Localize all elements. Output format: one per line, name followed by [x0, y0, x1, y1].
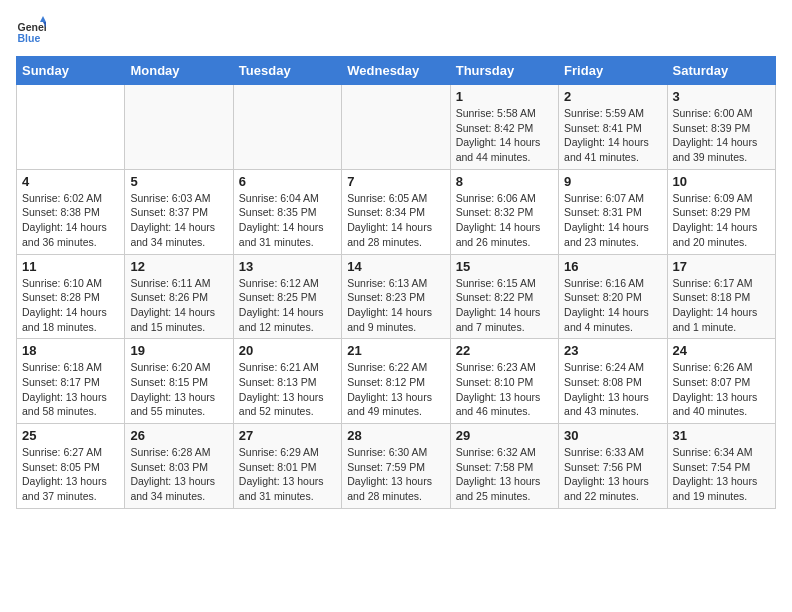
day-info: Sunrise: 6:21 AM Sunset: 8:13 PM Dayligh… — [239, 360, 336, 419]
weekday-header-sunday: Sunday — [17, 57, 125, 85]
calendar-cell: 27Sunrise: 6:29 AM Sunset: 8:01 PM Dayli… — [233, 424, 341, 509]
day-info: Sunrise: 6:17 AM Sunset: 8:18 PM Dayligh… — [673, 276, 770, 335]
weekday-header-friday: Friday — [559, 57, 667, 85]
day-number: 18 — [22, 343, 119, 358]
day-info: Sunrise: 6:24 AM Sunset: 8:08 PM Dayligh… — [564, 360, 661, 419]
day-number: 5 — [130, 174, 227, 189]
calendar-table: SundayMondayTuesdayWednesdayThursdayFrid… — [16, 56, 776, 509]
calendar-cell: 8Sunrise: 6:06 AM Sunset: 8:32 PM Daylig… — [450, 169, 558, 254]
day-number: 13 — [239, 259, 336, 274]
day-number: 10 — [673, 174, 770, 189]
weekday-header-saturday: Saturday — [667, 57, 775, 85]
weekday-header-wednesday: Wednesday — [342, 57, 450, 85]
day-info: Sunrise: 6:11 AM Sunset: 8:26 PM Dayligh… — [130, 276, 227, 335]
day-number: 30 — [564, 428, 661, 443]
day-number: 7 — [347, 174, 444, 189]
day-info: Sunrise: 6:10 AM Sunset: 8:28 PM Dayligh… — [22, 276, 119, 335]
day-number: 29 — [456, 428, 553, 443]
calendar-cell: 11Sunrise: 6:10 AM Sunset: 8:28 PM Dayli… — [17, 254, 125, 339]
calendar-cell: 26Sunrise: 6:28 AM Sunset: 8:03 PM Dayli… — [125, 424, 233, 509]
calendar-cell: 22Sunrise: 6:23 AM Sunset: 8:10 PM Dayli… — [450, 339, 558, 424]
day-number: 12 — [130, 259, 227, 274]
day-info: Sunrise: 6:23 AM Sunset: 8:10 PM Dayligh… — [456, 360, 553, 419]
logo-icon: General Blue — [16, 16, 46, 46]
day-info: Sunrise: 6:03 AM Sunset: 8:37 PM Dayligh… — [130, 191, 227, 250]
calendar-cell: 16Sunrise: 6:16 AM Sunset: 8:20 PM Dayli… — [559, 254, 667, 339]
day-number: 2 — [564, 89, 661, 104]
day-info: Sunrise: 6:18 AM Sunset: 8:17 PM Dayligh… — [22, 360, 119, 419]
day-info: Sunrise: 6:16 AM Sunset: 8:20 PM Dayligh… — [564, 276, 661, 335]
calendar-cell — [125, 85, 233, 170]
calendar-cell: 29Sunrise: 6:32 AM Sunset: 7:58 PM Dayli… — [450, 424, 558, 509]
calendar-cell: 4Sunrise: 6:02 AM Sunset: 8:38 PM Daylig… — [17, 169, 125, 254]
calendar-cell: 13Sunrise: 6:12 AM Sunset: 8:25 PM Dayli… — [233, 254, 341, 339]
calendar-cell: 9Sunrise: 6:07 AM Sunset: 8:31 PM Daylig… — [559, 169, 667, 254]
calendar-cell: 24Sunrise: 6:26 AM Sunset: 8:07 PM Dayli… — [667, 339, 775, 424]
calendar-cell — [233, 85, 341, 170]
day-number: 26 — [130, 428, 227, 443]
calendar-cell: 30Sunrise: 6:33 AM Sunset: 7:56 PM Dayli… — [559, 424, 667, 509]
calendar-cell: 21Sunrise: 6:22 AM Sunset: 8:12 PM Dayli… — [342, 339, 450, 424]
day-number: 6 — [239, 174, 336, 189]
day-number: 28 — [347, 428, 444, 443]
calendar-week-2: 4Sunrise: 6:02 AM Sunset: 8:38 PM Daylig… — [17, 169, 776, 254]
day-number: 20 — [239, 343, 336, 358]
calendar-cell: 18Sunrise: 6:18 AM Sunset: 8:17 PM Dayli… — [17, 339, 125, 424]
calendar-cell: 3Sunrise: 6:00 AM Sunset: 8:39 PM Daylig… — [667, 85, 775, 170]
day-info: Sunrise: 6:07 AM Sunset: 8:31 PM Dayligh… — [564, 191, 661, 250]
day-info: Sunrise: 6:32 AM Sunset: 7:58 PM Dayligh… — [456, 445, 553, 504]
calendar-cell: 14Sunrise: 6:13 AM Sunset: 8:23 PM Dayli… — [342, 254, 450, 339]
day-info: Sunrise: 6:29 AM Sunset: 8:01 PM Dayligh… — [239, 445, 336, 504]
day-info: Sunrise: 6:04 AM Sunset: 8:35 PM Dayligh… — [239, 191, 336, 250]
day-info: Sunrise: 6:05 AM Sunset: 8:34 PM Dayligh… — [347, 191, 444, 250]
day-info: Sunrise: 6:34 AM Sunset: 7:54 PM Dayligh… — [673, 445, 770, 504]
day-number: 8 — [456, 174, 553, 189]
day-number: 27 — [239, 428, 336, 443]
weekday-header-row: SundayMondayTuesdayWednesdayThursdayFrid… — [17, 57, 776, 85]
day-info: Sunrise: 6:28 AM Sunset: 8:03 PM Dayligh… — [130, 445, 227, 504]
day-number: 25 — [22, 428, 119, 443]
calendar-cell — [342, 85, 450, 170]
svg-marker-2 — [40, 16, 46, 22]
calendar-cell: 6Sunrise: 6:04 AM Sunset: 8:35 PM Daylig… — [233, 169, 341, 254]
day-info: Sunrise: 5:58 AM Sunset: 8:42 PM Dayligh… — [456, 106, 553, 165]
day-info: Sunrise: 6:13 AM Sunset: 8:23 PM Dayligh… — [347, 276, 444, 335]
calendar-cell: 5Sunrise: 6:03 AM Sunset: 8:37 PM Daylig… — [125, 169, 233, 254]
day-info: Sunrise: 6:27 AM Sunset: 8:05 PM Dayligh… — [22, 445, 119, 504]
calendar-cell: 23Sunrise: 6:24 AM Sunset: 8:08 PM Dayli… — [559, 339, 667, 424]
calendar-week-4: 18Sunrise: 6:18 AM Sunset: 8:17 PM Dayli… — [17, 339, 776, 424]
calendar-cell: 19Sunrise: 6:20 AM Sunset: 8:15 PM Dayli… — [125, 339, 233, 424]
day-number: 1 — [456, 89, 553, 104]
day-info: Sunrise: 6:22 AM Sunset: 8:12 PM Dayligh… — [347, 360, 444, 419]
day-info: Sunrise: 6:33 AM Sunset: 7:56 PM Dayligh… — [564, 445, 661, 504]
calendar-cell — [17, 85, 125, 170]
calendar-cell: 12Sunrise: 6:11 AM Sunset: 8:26 PM Dayli… — [125, 254, 233, 339]
day-number: 9 — [564, 174, 661, 189]
day-number: 14 — [347, 259, 444, 274]
calendar-cell: 20Sunrise: 6:21 AM Sunset: 8:13 PM Dayli… — [233, 339, 341, 424]
day-number: 31 — [673, 428, 770, 443]
day-number: 17 — [673, 259, 770, 274]
calendar-week-5: 25Sunrise: 6:27 AM Sunset: 8:05 PM Dayli… — [17, 424, 776, 509]
day-number: 4 — [22, 174, 119, 189]
day-info: Sunrise: 5:59 AM Sunset: 8:41 PM Dayligh… — [564, 106, 661, 165]
calendar-week-1: 1Sunrise: 5:58 AM Sunset: 8:42 PM Daylig… — [17, 85, 776, 170]
day-number: 23 — [564, 343, 661, 358]
day-info: Sunrise: 6:20 AM Sunset: 8:15 PM Dayligh… — [130, 360, 227, 419]
day-info: Sunrise: 6:09 AM Sunset: 8:29 PM Dayligh… — [673, 191, 770, 250]
logo: General Blue — [16, 16, 50, 46]
calendar-cell: 2Sunrise: 5:59 AM Sunset: 8:41 PM Daylig… — [559, 85, 667, 170]
svg-text:Blue: Blue — [18, 32, 41, 44]
day-number: 22 — [456, 343, 553, 358]
calendar-cell: 25Sunrise: 6:27 AM Sunset: 8:05 PM Dayli… — [17, 424, 125, 509]
day-info: Sunrise: 6:06 AM Sunset: 8:32 PM Dayligh… — [456, 191, 553, 250]
day-number: 19 — [130, 343, 227, 358]
day-info: Sunrise: 6:30 AM Sunset: 7:59 PM Dayligh… — [347, 445, 444, 504]
day-number: 11 — [22, 259, 119, 274]
calendar-cell: 31Sunrise: 6:34 AM Sunset: 7:54 PM Dayli… — [667, 424, 775, 509]
day-number: 15 — [456, 259, 553, 274]
calendar-cell: 17Sunrise: 6:17 AM Sunset: 8:18 PM Dayli… — [667, 254, 775, 339]
weekday-header-thursday: Thursday — [450, 57, 558, 85]
day-number: 16 — [564, 259, 661, 274]
day-info: Sunrise: 6:26 AM Sunset: 8:07 PM Dayligh… — [673, 360, 770, 419]
